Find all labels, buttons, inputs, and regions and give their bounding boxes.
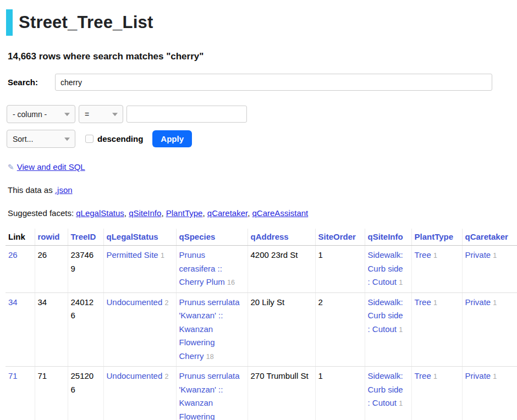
facet-separator: , xyxy=(202,208,207,218)
cell-qsiteinfo: Sidewalk: Curb side : Cutout 1 xyxy=(365,246,411,293)
filter-value-input[interactable] xyxy=(127,106,247,123)
cell-link: 34 xyxy=(6,292,35,367)
facet-link-qcareassistant[interactable]: qCareAssistant xyxy=(252,208,309,218)
facet-separator: , xyxy=(248,208,252,218)
qsiteinfo-link[interactable]: Sidewalk: Curb side : Cutout xyxy=(368,371,403,407)
facet-count: 2 xyxy=(164,373,168,380)
qlegalstatus-link[interactable]: Undocumented xyxy=(107,297,163,307)
search-label: Search: xyxy=(8,78,55,87)
facet-link-planttype[interactable]: PlantType xyxy=(166,208,203,218)
facet-count: 1 xyxy=(433,252,437,259)
row-link[interactable]: 34 xyxy=(8,297,18,307)
qlegalstatus-link[interactable]: Undocumented xyxy=(107,371,163,380)
cell-qsiteinfo: Sidewalk: Curb side : Cutout 1 xyxy=(365,367,411,420)
facets-prefix: Suggested facets: xyxy=(8,208,76,218)
column-header-planttype-link[interactable]: PlantType xyxy=(415,232,454,241)
row-link[interactable]: 71 xyxy=(8,371,18,380)
qspecies-link[interactable]: Prunus serrulata 'Kwanzan' :: Kwanzan Fl… xyxy=(179,297,240,361)
qsiteinfo-link[interactable]: Sidewalk: Curb side : Cutout xyxy=(368,250,403,286)
sort-select[interactable]: Sort... xyxy=(7,130,75,148)
table-row: 26 26 237469 Permitted Site 1 Prunus cer… xyxy=(6,246,517,293)
cell-planttype: Tree 1 xyxy=(411,292,462,367)
data-export-row: This data as .json xyxy=(8,185,517,195)
qlegalstatus-link[interactable]: Permitted Site xyxy=(107,250,158,259)
column-header-qsiteinfo-link[interactable]: qSiteInfo xyxy=(368,232,403,241)
facet-count: 1 xyxy=(399,326,403,334)
cell-qlegalstatus: Undocumented 2 xyxy=(103,367,176,420)
facet-link-qcaretaker[interactable]: qCaretaker xyxy=(207,208,248,218)
cell-rowid: 34 xyxy=(35,292,68,367)
column-header-rowid-link[interactable]: rowid xyxy=(38,232,60,241)
results-table: Link rowid TreeID qLegalStatus qSpecies … xyxy=(6,229,517,420)
column-header-qcaretaker: qCaretaker xyxy=(462,229,517,246)
facet-separator: , xyxy=(124,208,129,218)
cell-planttype: Tree 1 xyxy=(411,367,462,420)
cell-qlegalstatus: Permitted Site 1 xyxy=(103,246,176,293)
search-input[interactable] xyxy=(55,74,492,91)
descending-label: descending xyxy=(97,134,143,143)
facet-count: 18 xyxy=(206,353,214,361)
accent-bar xyxy=(6,9,13,36)
cell-qaddress: 4200 23rd St xyxy=(248,246,315,293)
table-row: 34 34 240126 Undocumented 2 Prunus serru… xyxy=(6,292,517,367)
filter-op-select[interactable]: = xyxy=(79,105,123,123)
qcaretaker-link[interactable]: Private xyxy=(465,297,491,307)
planttype-link[interactable]: Tree xyxy=(415,371,431,380)
cell-qaddress: 20 Lily St xyxy=(248,292,315,367)
view-edit-sql-link[interactable]: View and edit SQL xyxy=(17,162,85,172)
qspecies-link[interactable]: Prunus cerasifera :: Cherry Plum xyxy=(179,250,225,286)
page: Street_Tree_List 14,663 rows where searc… xyxy=(0,0,517,420)
facet-count: 16 xyxy=(227,279,235,286)
data-as-prefix: This data as xyxy=(8,185,55,195)
cell-qaddress: 270 Trumbull St xyxy=(248,367,315,420)
column-header-siteorder-link[interactable]: SiteOrder xyxy=(318,232,356,241)
column-header-treeid-link[interactable]: TreeID xyxy=(71,232,96,241)
descending-checkbox[interactable] xyxy=(85,135,94,143)
facet-link-qlegalstatus[interactable]: qLegalStatus xyxy=(76,208,124,218)
qcaretaker-link[interactable]: Private xyxy=(465,250,491,259)
facet-count: 1 xyxy=(493,373,497,380)
sort-row: Sort... descending Apply xyxy=(7,130,517,148)
column-header-qaddress-link[interactable]: qAddress xyxy=(251,232,289,241)
column-header-qspecies: qSpecies xyxy=(176,229,248,246)
qsiteinfo-link[interactable]: Sidewalk: Curb side : Cutout xyxy=(368,297,403,334)
cell-treeid: 237469 xyxy=(68,246,103,293)
suggested-facets-row: Suggested facets: qLegalStatus, qSiteInf… xyxy=(8,208,517,218)
table-row: 71 71 251206 Undocumented 2 Prunus serru… xyxy=(6,367,517,420)
facet-count: 1 xyxy=(161,252,164,259)
cell-qlegalstatus: Undocumented 2 xyxy=(103,292,176,367)
filter-column-select[interactable]: - column - xyxy=(7,105,75,123)
search-row: Search: xyxy=(8,74,517,91)
facet-count: 1 xyxy=(399,279,403,286)
qcaretaker-link[interactable]: Private xyxy=(465,371,491,380)
cell-siteorder: 2 xyxy=(315,292,365,367)
column-header-qcaretaker-link[interactable]: qCaretaker xyxy=(465,232,508,241)
facet-count: 2 xyxy=(164,299,168,307)
column-header-qspecies-link[interactable]: qSpecies xyxy=(179,232,216,241)
cell-link: 71 xyxy=(6,367,35,420)
cell-siteorder: 1 xyxy=(315,367,365,420)
facet-count: 1 xyxy=(493,252,497,259)
cell-planttype: Tree 1 xyxy=(411,246,462,293)
table-header-row: Link rowid TreeID qLegalStatus qSpecies … xyxy=(6,229,517,246)
facet-link-qsiteinfo[interactable]: qSiteInfo xyxy=(129,208,161,218)
facet-count: 1 xyxy=(433,299,437,307)
apply-button[interactable]: Apply xyxy=(152,130,192,147)
cell-rowid: 71 xyxy=(35,367,68,420)
qspecies-link[interactable]: Prunus serrulata 'Kwanzan' :: Kwanzan Fl… xyxy=(179,371,240,420)
cell-qcaretaker: Private 1 xyxy=(462,367,517,420)
cell-qspecies: Prunus serrulata 'Kwanzan' :: Kwanzan Fl… xyxy=(176,367,248,420)
cell-rowid: 26 xyxy=(35,246,68,293)
cell-qsiteinfo: Sidewalk: Curb side : Cutout 1 xyxy=(365,292,411,367)
cell-qcaretaker: Private 1 xyxy=(462,246,517,293)
json-link[interactable]: .json xyxy=(55,185,73,195)
facet-count: 1 xyxy=(399,400,403,407)
planttype-link[interactable]: Tree xyxy=(415,297,431,307)
row-link[interactable]: 26 xyxy=(8,250,18,259)
column-header-qaddress: qAddress xyxy=(248,229,315,246)
cell-qspecies: Prunus cerasifera :: Cherry Plum 16 xyxy=(176,246,248,293)
column-header-link: Link xyxy=(6,229,35,246)
column-header-qlegalstatus-link[interactable]: qLegalStatus xyxy=(107,232,158,241)
planttype-link[interactable]: Tree xyxy=(415,250,431,259)
column-header-treeid: TreeID xyxy=(68,229,103,246)
